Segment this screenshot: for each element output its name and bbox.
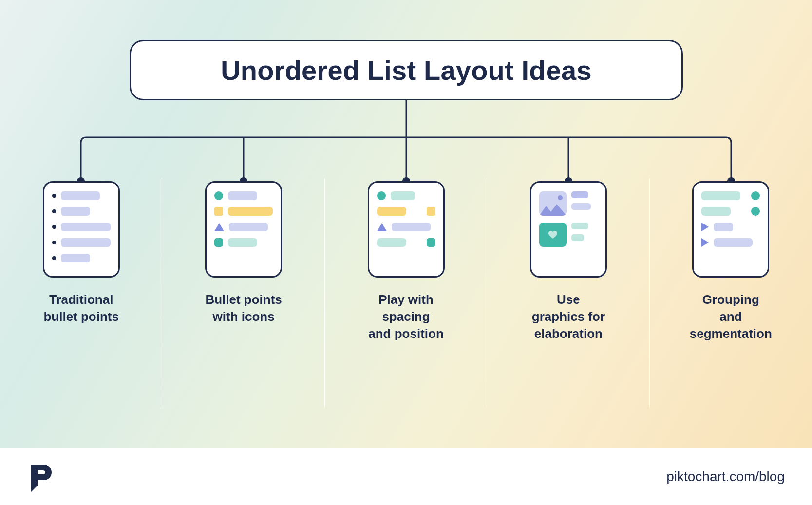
card-graphics-elaboration: [530, 181, 607, 278]
title-text: Unordered List Layout Ideas: [221, 55, 592, 86]
card-slot-spacing: Play withspacingand position: [325, 181, 487, 410]
card-slot-traditional: Traditionalbullet points: [0, 181, 162, 410]
card-bullets-with-icons: [205, 181, 282, 278]
heart-tile-icon: [539, 223, 567, 247]
card-label: Play withspacingand position: [368, 291, 444, 342]
circle-icon: [214, 191, 223, 200]
placeholder-bar: [228, 207, 273, 216]
bullet-dot-icon: [52, 209, 56, 213]
site-url: piktochart.com/blog: [666, 469, 785, 485]
card-slot-graphics: Usegraphics forelaboration: [487, 181, 649, 410]
placeholder-bar: [61, 191, 100, 200]
brand-logo: [27, 462, 53, 492]
triangle-icon: [214, 223, 224, 231]
placeholder-bar: [228, 238, 257, 247]
card-spacing-position: [368, 181, 445, 278]
placeholder-bar: [61, 254, 90, 262]
rounded-square-icon: [427, 238, 435, 247]
placeholder-bar: [391, 191, 415, 200]
card-label: Groupingandsegmentation: [690, 291, 772, 342]
footer: piktochart.com/blog: [0, 449, 812, 505]
placeholder-bar: [392, 223, 431, 231]
play-icon: [701, 223, 709, 231]
circle-icon: [751, 191, 760, 200]
rounded-square-icon: [214, 238, 223, 247]
image-placeholder-icon: [539, 191, 567, 216]
placeholder-bar: [571, 223, 588, 229]
card-slot-icons: Bullet pointswith icons: [162, 181, 324, 410]
play-icon: [701, 238, 709, 247]
card-label: Usegraphics forelaboration: [532, 291, 605, 342]
title-box: Unordered List Layout Ideas: [130, 40, 683, 100]
placeholder-bar: [228, 191, 257, 200]
bullet-dot-icon: [52, 241, 56, 244]
placeholder-bar: [571, 203, 591, 210]
square-icon: [427, 207, 435, 216]
placeholder-bar: [571, 191, 588, 198]
placeholder-bar: [714, 238, 753, 247]
placeholder-bar: [61, 238, 111, 247]
circle-icon: [377, 191, 386, 200]
bullet-dot-icon: [52, 225, 56, 229]
placeholder-bar: [714, 223, 733, 231]
placeholder-bar: [377, 238, 406, 247]
card-label: Bullet pointswith icons: [205, 291, 282, 325]
placeholder-bar: [61, 207, 90, 216]
placeholder-bar: [229, 223, 268, 231]
circle-icon: [751, 207, 760, 216]
placeholder-bar: [701, 191, 740, 200]
bullet-dot-icon: [52, 256, 56, 260]
card-label: Traditionalbullet points: [43, 291, 119, 325]
card-traditional-bullets: [43, 181, 120, 278]
cards-row: Traditionalbullet points Bullet pointswi…: [0, 181, 812, 410]
placeholder-bar: [61, 223, 111, 231]
triangle-icon: [377, 223, 387, 231]
bullet-dot-icon: [52, 194, 56, 198]
diagram-stage: Unordered List Layout Ideas: [0, 0, 812, 505]
piktochart-logo-icon: [27, 462, 53, 492]
placeholder-bar: [701, 207, 731, 216]
card-slot-grouping: Groupingandsegmentation: [650, 181, 812, 410]
placeholder-bar: [377, 207, 406, 216]
card-grouping-segmentation: [692, 181, 769, 278]
diagram-canvas: Unordered List Layout Ideas: [0, 0, 812, 448]
placeholder-bar: [571, 234, 584, 241]
square-icon: [214, 207, 223, 216]
